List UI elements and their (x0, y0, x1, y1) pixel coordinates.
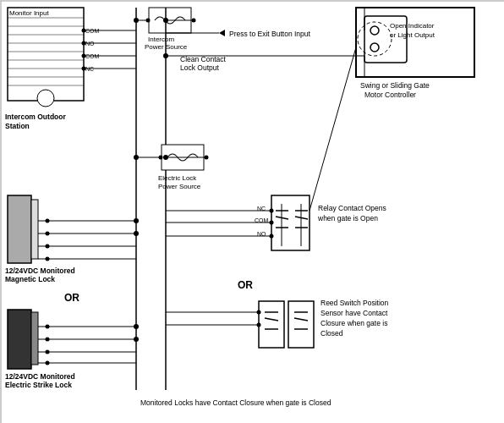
svg-text:Magnetic Lock: Magnetic Lock (5, 275, 55, 283)
svg-text:OR: OR (64, 292, 79, 304)
svg-rect-49 (31, 200, 38, 259)
svg-text:12/24VDC Monitored: 12/24VDC Monitored (5, 372, 75, 381)
svg-point-137 (163, 53, 168, 58)
svg-text:Monitor Input: Monitor Input (9, 9, 49, 17)
svg-text:Station: Station (5, 122, 30, 130)
svg-text:Open Indicator: Open Indicator (390, 22, 435, 30)
svg-point-135 (163, 18, 168, 23)
svg-text:Monitored Locks have Contact C: Monitored Locks have Contact Closure whe… (140, 398, 331, 407)
svg-point-124 (370, 43, 379, 52)
svg-text:Relay Contact Opens: Relay Contact Opens (318, 204, 386, 212)
svg-point-84 (134, 337, 139, 342)
svg-rect-48 (8, 195, 31, 263)
svg-text:Closed: Closed (320, 329, 343, 338)
svg-point-82 (134, 231, 139, 236)
svg-text:Reed Switch Position: Reed Switch Position (320, 299, 389, 307)
svg-point-136 (134, 18, 139, 23)
svg-text:or Light Output: or Light Output (390, 31, 436, 39)
svg-text:Swing or Sliding Gate: Swing or Sliding Gate (360, 81, 430, 90)
svg-text:when gate is Open: when gate is Open (317, 214, 378, 222)
svg-point-123 (370, 26, 379, 35)
svg-text:Press to Exit Button Input: Press to Exit Button Input (229, 30, 311, 38)
svg-text:Power Source: Power Source (158, 183, 201, 190)
svg-text:Intercom Outdoor: Intercom Outdoor (5, 113, 66, 121)
svg-text:12/24VDC Monitored: 12/24VDC Monitored (5, 266, 75, 275)
svg-point-139 (134, 155, 139, 160)
svg-point-11 (37, 90, 54, 107)
svg-text:Electric Lock: Electric Lock (158, 174, 197, 182)
svg-text:Motor Controller: Motor Controller (364, 91, 416, 99)
svg-text:Electric Strike Lock: Electric Strike Lock (5, 381, 72, 389)
svg-rect-1 (8, 8, 84, 101)
svg-rect-66 (31, 312, 38, 365)
svg-point-138 (163, 155, 168, 160)
svg-text:Intercom: Intercom (148, 36, 174, 43)
svg-rect-106 (259, 301, 284, 348)
svg-rect-107 (288, 301, 314, 348)
svg-point-81 (134, 218, 139, 223)
svg-text:Lock Output: Lock Output (180, 63, 219, 72)
svg-text:Closure when gate is: Closure when gate is (320, 319, 387, 327)
svg-rect-65 (8, 310, 31, 369)
svg-rect-85 (271, 195, 310, 250)
svg-point-83 (134, 324, 139, 329)
svg-text:Sensor have Contact: Sensor have Contact (320, 309, 388, 317)
wiring-diagram: Monitor Input COM NO COM NC Intercom Out… (0, 0, 504, 423)
svg-text:OR: OR (238, 279, 253, 291)
